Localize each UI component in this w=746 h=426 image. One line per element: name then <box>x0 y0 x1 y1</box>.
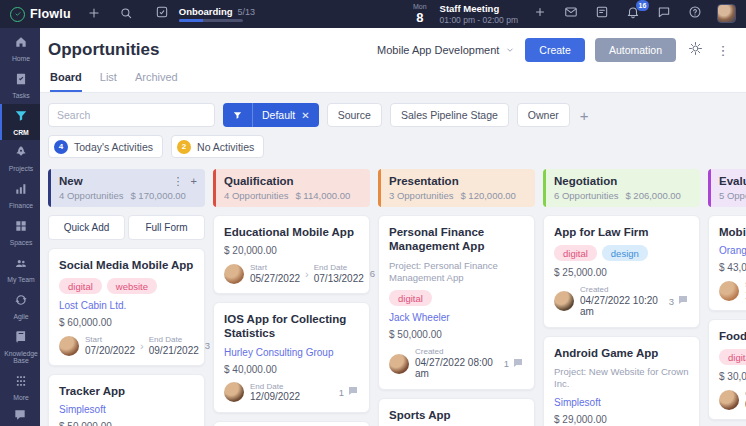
opportunity-card[interactable]: Food Deliverydigital$ 30,000.00Created04… <box>708 319 746 420</box>
card-client-link[interactable]: Simplesoft <box>554 397 689 408</box>
tab-board[interactable]: Board <box>50 71 82 92</box>
sidebar-item-label: Finance <box>9 202 33 210</box>
column-count: 5 Opportunities <box>719 190 746 201</box>
opportunity-card[interactable]: Sports AppimportantMedia Group$ 30,000.0… <box>378 398 535 426</box>
opportunity-card[interactable]: Social Media Mobile AppdigitalwebsiteLos… <box>48 248 205 366</box>
card-project: Project: Personal Finance Management App <box>389 260 524 285</box>
opportunity-card[interactable]: Mobile AppOrange Tales$ 43,000.00Start10… <box>708 215 746 311</box>
tag-website[interactable]: website <box>107 278 157 294</box>
sidebar-item-finance[interactable]: Finance <box>0 177 40 214</box>
tab-list[interactable]: List <box>100 71 117 92</box>
tag-digital[interactable]: digital <box>554 245 597 261</box>
sidebar-assistant-icon[interactable] <box>11 406 29 424</box>
settings-gear-icon[interactable] <box>686 41 704 59</box>
filter-default-button[interactable]: Default✕ <box>223 103 319 127</box>
column-name: Qualification <box>224 175 294 187</box>
column-menu-kebab-icon[interactable]: ⋮ <box>173 176 184 187</box>
tag-digital[interactable]: digital <box>719 349 746 365</box>
sidebar-item-projects[interactable]: Projects <box>0 140 40 177</box>
opportunity-card[interactable]: Android Game AppProject: New Website for… <box>543 336 700 426</box>
column-accent-bar <box>708 169 711 207</box>
sidebar-item-crm[interactable]: CRM <box>0 104 40 141</box>
calendar-date[interactable]: Mon 8 <box>413 3 427 24</box>
add-event-icon[interactable] <box>531 5 549 23</box>
sidebar-item-home[interactable]: Home <box>0 30 40 67</box>
date-label: Start <box>250 263 300 272</box>
sidebar-item-label: My Team <box>7 276 34 284</box>
home-icon <box>14 35 28 53</box>
column-amount: $ 120,000.00 <box>460 190 515 201</box>
search-input[interactable] <box>48 103 215 127</box>
board-column-negotiation: Negotiation 6 Opportunities $ 206,000.00… <box>543 169 700 426</box>
full-form-button[interactable]: Full Form <box>128 215 205 240</box>
sidebar-item-my-team[interactable]: My Team <box>0 251 40 288</box>
user-avatar[interactable] <box>717 4 736 23</box>
tag-design[interactable]: design <box>602 245 648 261</box>
pipeline-selector[interactable]: Mobile App Development <box>377 44 515 56</box>
onboarding-widget[interactable]: Onboarding 5/13 <box>155 5 255 23</box>
sidebar-item-label: CRM <box>13 129 28 137</box>
opportunity-card[interactable]: App for Managing AccountingProject: New … <box>213 421 370 426</box>
column-add-icon[interactable]: + <box>191 176 197 187</box>
opportunity-card[interactable]: Personal Finance Management AppProject: … <box>378 215 535 390</box>
card-title: Sports App <box>389 408 524 422</box>
opportunity-card[interactable]: Educational Mobile App$ 20,000.00Start05… <box>213 215 370 294</box>
sidebar-item-knowledge-base[interactable]: Knowledge Base <box>0 325 40 370</box>
filter-chip-sales-pipeline-stage[interactable]: Sales Pipeline Stage <box>390 103 509 127</box>
tag-digital[interactable]: digital <box>389 290 432 306</box>
date-label: Created <box>580 285 663 294</box>
add-filter-icon[interactable]: + <box>578 108 591 123</box>
onboarding-progress-bar <box>179 19 243 22</box>
date-value: 07/20/2022 <box>85 345 135 357</box>
more-options-kebab-icon[interactable]: ⋮ <box>714 41 732 59</box>
page-title: Opportunities <box>48 40 159 60</box>
card-title: Android Game App <box>554 346 689 360</box>
comments-count[interactable]: 1 <box>504 357 524 371</box>
flowlu-logo[interactable]: Flowlu <box>10 7 71 22</box>
sidebar-item-tasks[interactable]: Tasks <box>0 67 40 104</box>
projects-icon <box>14 145 28 163</box>
notes-icon[interactable] <box>593 5 611 23</box>
card-client-link[interactable]: Orange Tales <box>719 245 746 256</box>
comments-count[interactable]: 1 <box>339 385 359 399</box>
quick-add-button[interactable]: Quick Add <box>48 215 125 240</box>
sidebar-item-more[interactable]: More <box>0 369 40 406</box>
upcoming-event[interactable]: Staff Meeting 01:00 pm - 02:00 pm <box>440 3 518 25</box>
tag-digital[interactable]: digital <box>59 278 102 294</box>
card-title: Personal Finance Management App <box>389 225 524 254</box>
remove-filter-icon[interactable]: ✕ <box>301 110 309 121</box>
card-client-link[interactable]: Jack Wheeler <box>389 312 524 323</box>
search-icon[interactable] <box>117 5 135 23</box>
opportunity-card[interactable]: IOS App for Collecting StatisticsHurley … <box>213 302 370 412</box>
quick-filter-today-s-activities[interactable]: 4 Today's Activities <box>48 135 163 158</box>
card-client-link[interactable]: Simplesoft <box>59 404 194 415</box>
opportunity-card[interactable]: Tracker AppSimplesoft$ 50,000.00Created0… <box>48 374 205 426</box>
comments-count[interactable]: 3 <box>669 294 689 308</box>
global-add-icon[interactable] <box>85 5 103 23</box>
chat-icon[interactable] <box>655 5 673 23</box>
comment-icon <box>677 294 689 308</box>
notifications-bell-icon[interactable]: 16 <box>624 5 642 23</box>
filter-chip-source[interactable]: Source <box>327 103 382 127</box>
column-name: Presentation <box>389 175 459 187</box>
onboarding-icon <box>155 5 173 23</box>
card-client-link[interactable]: Hurley Consulting Group <box>224 347 359 358</box>
card-amount: $ 43,000.00 <box>719 262 746 273</box>
mail-icon[interactable] <box>562 5 580 23</box>
onboarding-label: Onboarding <box>179 6 233 17</box>
opportunity-card[interactable]: App for Law Firmdigitaldesign$ 25,000.00… <box>543 215 700 328</box>
sidebar-item-agile[interactable]: Agile <box>0 288 40 325</box>
card-client-link[interactable]: Lost Cabin Ltd. <box>59 300 194 311</box>
event-title: Staff Meeting <box>440 3 518 14</box>
tab-archived[interactable]: Archived <box>135 71 178 92</box>
create-button[interactable]: Create <box>525 38 585 62</box>
automation-button[interactable]: Automation <box>595 38 676 62</box>
quick-filter-no-activities[interactable]: 2 No Activities <box>171 135 264 158</box>
help-icon[interactable] <box>686 5 704 23</box>
filter-chip-owner[interactable]: Owner <box>517 103 570 127</box>
date-value: 09/21/2022 <box>149 345 199 357</box>
chevron-right-icon: › <box>305 268 309 280</box>
sidebar-item-label: Agile <box>13 313 28 321</box>
sidebar-item-spaces[interactable]: Spaces <box>0 214 40 251</box>
funnel-icon <box>223 103 252 127</box>
